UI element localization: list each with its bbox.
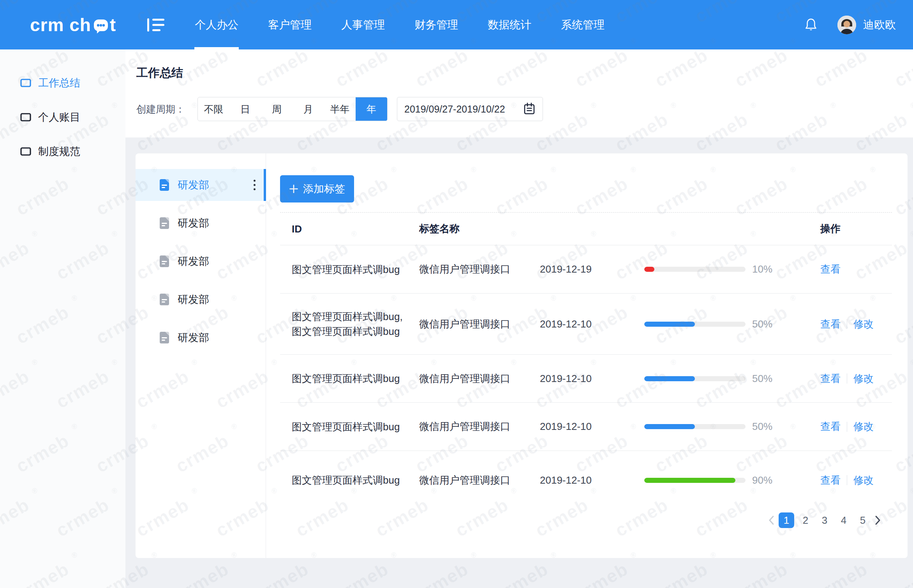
cell-date: 2019-12-10 [540,373,644,385]
sidebar-menu: 工作总结个人账目制度规范 [0,66,125,169]
view-link[interactable]: 查看 [820,317,841,331]
logo-text-right: t [110,14,116,35]
period-option-6[interactable]: 年 [356,97,387,121]
edit-link[interactable]: 修改 [853,317,874,331]
period-option-5[interactable]: 半年 [324,97,356,121]
filter-label: 创建周期： [136,103,185,116]
id-text: 图文管理页面样式调bug, [292,309,419,324]
sidebar-item-2[interactable]: 个人账目 [0,100,125,134]
page-button-4[interactable]: 4 [836,512,851,528]
page-button-5[interactable]: 5 [855,512,871,528]
view-link[interactable]: 查看 [820,372,841,386]
page-button-3[interactable]: 3 [817,512,832,528]
table-row: 图文管理页面样式调bug微信用户管理调接口2019-12-1050%查看修改 [280,355,892,403]
action-divider [847,319,847,329]
page-header: 工作总结 创建周期： 不限日周月半年年 2019/09/27-2019/10/2… [125,49,913,137]
cell-progress [644,267,746,272]
add-tag-button-label: 添加标签 [303,182,345,196]
cell-percent: 50% [746,373,820,385]
header-action: 操作 [820,222,892,236]
period-option-2[interactable]: 日 [229,97,261,121]
cell-id: 图文管理页面样式调bug,图文管理页面样式调bug [280,309,419,339]
period-option-4[interactable]: 月 [293,97,324,121]
cell-tag-name: 微信用户管理调接口 [419,317,540,331]
edit-link[interactable]: 修改 [853,474,874,487]
topbar-right: 迪欧欧 [805,16,896,34]
filter-row: 创建周期： 不限日周月半年年 2019/09/27-2019/10/22 [136,97,543,121]
edit-link[interactable]: 修改 [853,420,874,433]
username-label[interactable]: 迪欧欧 [863,18,896,32]
progress-track [644,478,746,483]
document-icon [160,332,169,343]
progress-fill [644,424,695,429]
view-link[interactable]: 查看 [820,420,841,433]
nav-item-1[interactable]: 个人办公 [195,0,238,49]
progress-fill [644,478,735,483]
next-page-icon[interactable] [874,515,881,526]
nav-item-4[interactable]: 财务管理 [414,0,458,49]
nav-item-3[interactable]: 人事管理 [341,0,385,49]
cell-actions: 查看修改 [820,317,892,331]
document-icon [160,255,169,267]
progress-fill [644,267,654,272]
cell-date: 2019-12-19 [540,263,644,275]
table-row: 图文管理页面样式调bug,图文管理页面样式调bug微信用户管理调接口2019-1… [280,294,892,355]
sidebar-item-3[interactable]: 制度规范 [0,134,125,169]
department-list: 研发部研发部研发部研发部研发部 [136,153,266,558]
dept-item-2[interactable]: 研发部 [136,207,266,239]
sidebar-item-1[interactable]: 工作总结 [0,66,125,100]
dept-item-4[interactable]: 研发部 [136,283,266,315]
user-avatar[interactable] [837,16,856,34]
cell-date: 2019-12-10 [540,318,644,330]
dept-item-label: 研发部 [178,216,209,230]
table-row: 图文管理页面样式调bug微信用户管理调接口2019-12-1090%查看修改 [280,451,892,509]
cell-progress [644,322,746,327]
cell-percent: 90% [746,474,820,486]
notification-bell-icon[interactable] [805,18,817,32]
cell-tag-name: 微信用户管理调接口 [419,262,540,276]
id-text: 图文管理页面样式调bug [292,371,419,386]
dept-item-label: 研发部 [178,331,209,345]
calendar-icon [523,102,536,116]
cell-date: 2019-12-10 [540,474,644,486]
date-range-value: 2019/09/27-2019/10/22 [404,104,520,115]
nav-item-5[interactable]: 数据统计 [488,0,531,49]
cell-date: 2019-12-10 [540,421,644,433]
action-divider [847,475,847,485]
cell-actions: 查看修改 [820,372,892,386]
nav-item-6[interactable]: 系统管理 [561,0,605,49]
window-icon [20,78,31,88]
dept-item-3[interactable]: 研发部 [136,245,266,277]
id-text-line2: 图文管理页面样式调bug [292,324,419,339]
table-row: 图文管理页面样式调bug微信用户管理调接口2019-12-1910%查看 [280,245,892,294]
active-underline [194,47,239,49]
progress-fill [644,376,695,381]
cell-id: 图文管理页面样式调bug [280,262,419,277]
date-range-input[interactable]: 2019/09/27-2019/10/22 [397,97,543,121]
add-tag-button[interactable]: 添加标签 [280,175,354,202]
more-options-icon[interactable] [252,178,257,192]
page-button-1[interactable]: 1 [779,512,794,528]
prev-page-icon[interactable] [768,515,775,526]
view-link[interactable]: 查看 [820,262,841,276]
plus-icon [289,184,298,194]
app-window: crm ch t 个人办公客户管理人事管理财务管理数据统计系统管理 [0,0,913,588]
period-option-3[interactable]: 周 [261,97,293,121]
view-link[interactable]: 查看 [820,474,841,487]
progress-fill [644,322,695,327]
nav-item-2[interactable]: 客户管理 [268,0,312,49]
dept-item-1[interactable]: 研发部 [136,169,266,201]
collapse-menu-icon[interactable] [147,18,165,32]
id-text: 图文管理页面样式调bug [292,419,419,434]
progress-track [644,424,746,429]
dept-item-5[interactable]: 研发部 [136,322,266,354]
document-icon [160,294,169,305]
cell-tag-name: 微信用户管理调接口 [419,420,540,433]
edit-link[interactable]: 修改 [853,372,874,386]
period-option-1[interactable]: 不限 [198,97,229,121]
document-icon [160,217,169,229]
cell-actions: 查看 [820,262,892,276]
cell-tag-name: 微信用户管理调接口 [419,474,540,487]
dept-item-label: 研发部 [178,254,209,268]
page-button-2[interactable]: 2 [798,512,813,528]
